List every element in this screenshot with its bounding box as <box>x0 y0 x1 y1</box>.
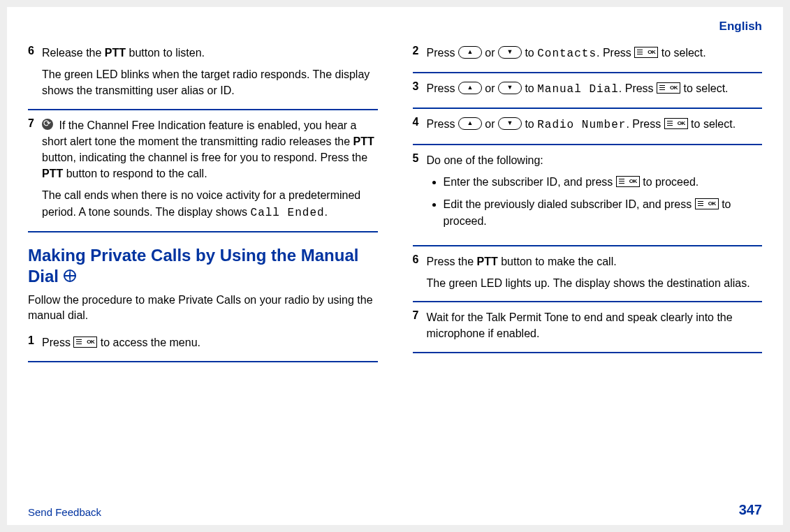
ok-button-icon <box>695 198 719 209</box>
divider <box>413 108 763 109</box>
step-2: 2 Press or to Contacts. Press to select. <box>413 40 763 69</box>
columns: 6 Release the PTT button to listen. The … <box>28 40 762 487</box>
step-body: Release the PTT button to listen. The gr… <box>42 45 378 99</box>
globe-icon <box>64 269 76 282</box>
ok-button-icon <box>73 337 97 348</box>
bullet-list: Enter the subscriber ID, and press to pr… <box>427 174 763 230</box>
list-item: Edit the previously dialed subscriber ID… <box>444 196 763 230</box>
divider <box>413 72 763 73</box>
intro-text: Follow the procedure to make Private Cal… <box>28 293 378 324</box>
step-number: 3 <box>413 80 427 98</box>
step-5: 5 Do one of the following: Enter the sub… <box>413 148 763 242</box>
step-7-left: 7 If the Channel Free Indication feature… <box>28 113 378 228</box>
down-button-icon <box>498 46 522 59</box>
step-number: 5 <box>413 152 427 235</box>
step-6-left: 6 Release the PTT button to listen. The … <box>28 40 378 106</box>
step-body: Wait for the Talk Permit Tone to end and… <box>427 309 763 341</box>
page: English 6 Release the PTT button to list… <box>7 7 783 525</box>
section-heading: Making Private Calls by Using the Manual… <box>28 245 378 287</box>
divider <box>413 245 763 246</box>
note-icon <box>42 119 53 130</box>
ok-button-icon <box>616 176 640 187</box>
page-number: 347 <box>739 502 762 518</box>
step-1: 1 Press to access the menu. <box>28 330 378 357</box>
divider <box>28 231 378 232</box>
ok-button-icon <box>657 82 680 94</box>
up-button-icon <box>458 82 482 94</box>
divider <box>28 109 378 110</box>
step-body: Press or to Manual Dial. Press to select… <box>427 80 763 98</box>
send-feedback-link[interactable]: Send Feedback <box>28 506 101 518</box>
up-button-icon <box>458 117 482 130</box>
step-number: 7 <box>413 309 427 341</box>
ok-button-icon <box>664 118 688 129</box>
language-label: English <box>28 20 762 34</box>
footer: Send Feedback 347 <box>28 502 762 518</box>
step-7-right: 7 Wait for the Talk Permit Tone to end a… <box>413 305 763 348</box>
step-body: Do one of the following: Enter the subsc… <box>427 152 763 235</box>
step-body: If the Channel Free Indication feature i… <box>42 117 378 221</box>
step-body: Press or to Radio Number. Press to selec… <box>427 116 763 133</box>
down-button-icon <box>498 117 522 130</box>
up-button-icon <box>458 46 482 59</box>
divider <box>413 352 763 353</box>
step-number: 4 <box>413 116 427 133</box>
step-number: 6 <box>28 45 42 99</box>
left-column: 6 Release the PTT button to listen. The … <box>28 40 378 487</box>
step-body: Press the PTT button to make the call. T… <box>427 253 763 291</box>
divider <box>28 361 378 362</box>
step-3: 3 Press or to Manual Dial. Press to sele… <box>413 76 763 105</box>
step-number: 1 <box>28 334 42 350</box>
step-body: Press to access the menu. <box>42 334 378 350</box>
step-number: 7 <box>28 117 42 221</box>
step-number: 2 <box>413 45 427 62</box>
list-item: Enter the subscriber ID, and press to pr… <box>444 174 763 191</box>
step-body: Press or to Contacts. Press to select. <box>427 45 763 62</box>
step-6-right: 6 Press the PTT button to make the call.… <box>413 249 763 298</box>
step-number: 6 <box>413 253 427 291</box>
step-4: 4 Press or to Radio Number. Press to sel… <box>413 112 763 140</box>
divider <box>413 301 763 302</box>
divider <box>413 144 763 145</box>
ok-button-icon <box>634 47 658 58</box>
down-button-icon <box>498 82 522 94</box>
right-column: 2 Press or to Contacts. Press to select.… <box>413 40 763 487</box>
